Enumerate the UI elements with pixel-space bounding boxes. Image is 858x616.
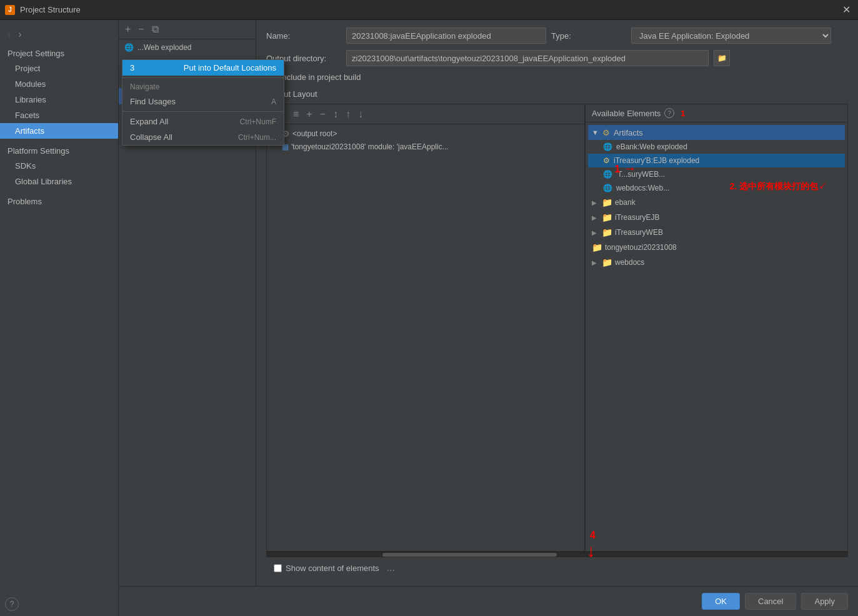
folder-webdocs-label: webdocs xyxy=(615,258,644,267)
sidebar-item-libraries[interactable]: Libraries xyxy=(0,92,118,107)
sidebar-item-facets[interactable]: Facets xyxy=(0,107,118,123)
artifact-item-0[interactable]: 🌐 ...Web exploded xyxy=(119,39,256,56)
output-dir-row: Output directory: 📁 xyxy=(266,50,848,66)
artifacts-header[interactable]: ▼ ⚙ Artifacts xyxy=(588,125,845,140)
folder-itreasuryejb-arrow: ▶ xyxy=(592,214,599,221)
folder-webdocs-icon: 📁 xyxy=(602,257,612,267)
folder-tongyetouzi[interactable]: 📁 tongyetouzi20231008 xyxy=(588,240,845,255)
context-menu-step3-label: 3 xyxy=(130,63,134,72)
nav-back-button[interactable]: ‹ xyxy=(5,27,13,41)
sub-item-icon-1: ⚙ xyxy=(603,156,610,165)
layout-up-btn[interactable]: ↑ xyxy=(343,107,353,121)
add-artifact-button[interactable]: + xyxy=(122,22,133,36)
sidebar-item-project[interactable]: Project xyxy=(0,61,118,76)
apply-button[interactable]: Apply xyxy=(801,593,848,610)
folder-webdocs-arrow: ▶ xyxy=(592,259,599,266)
tree-item-root-label: <output root> xyxy=(292,129,337,138)
artifacts-label: Artifacts xyxy=(614,128,643,137)
folder-webdocs[interactable]: ▶ 📁 webdocs xyxy=(588,255,845,270)
ok-button[interactable]: OK xyxy=(702,593,740,610)
layout-area: 📁 ≡ + − ↕ ↑ ↓ ▶ ⚙ xyxy=(266,104,848,552)
footer-area: OK Cancel Apply xyxy=(119,586,858,616)
sidebar: ‹ › Project Settings Project Modules Lib… xyxy=(0,20,119,616)
artifacts-section: ▼ ⚙ Artifacts 🌐 eBank:Web exploded xyxy=(588,125,845,195)
include-build-row: Include in project build xyxy=(266,72,848,82)
folder-itreasuryweb[interactable]: ▶ 📁 iTreasuryWEB xyxy=(588,225,845,240)
title-bar: J Project Structure ✕ xyxy=(0,0,858,20)
folder-ebank-icon: 📁 xyxy=(602,197,612,207)
sidebar-item-modules[interactable]: Modules xyxy=(0,76,118,92)
folder-tongyetouzi-label: tongyetouzi20231008 xyxy=(605,243,677,252)
artifact-item-label-0: ...Web exploded xyxy=(137,43,192,52)
context-menu-put-default[interactable]: 3 Put into Default Locations xyxy=(122,60,284,76)
name-row: Name: Type: Java EE Application: Explode… xyxy=(266,27,848,44)
sub-item-label-0: eBank:Web exploded xyxy=(616,142,687,151)
sidebar-item-sdks[interactable]: SDKs xyxy=(0,158,118,174)
layout-add-btn[interactable]: + xyxy=(304,107,314,121)
sidebar-item-global-libraries[interactable]: Global Libraries xyxy=(0,174,118,189)
remove-artifact-button[interactable]: − xyxy=(136,22,146,36)
available-tree: ▼ ⚙ Artifacts 🌐 eBank:Web exploded xyxy=(586,122,847,551)
folder-itreasuryejb[interactable]: ▶ 📁 iTreasuryEJB xyxy=(588,210,845,225)
name-label: Name: xyxy=(266,31,341,41)
sub-item-0[interactable]: 🌐 eBank:Web exploded xyxy=(588,140,845,154)
show-content-label: Show content of elements xyxy=(286,564,379,573)
context-menu-put-default-label: Put into Default Locations xyxy=(184,63,276,72)
browse-dir-button[interactable]: 📁 xyxy=(714,50,730,66)
layout-sort-btn[interactable]: ↕ xyxy=(331,107,341,121)
sub-item-label-1: iTreasury'B:EJB exploded xyxy=(614,156,699,165)
type-select[interactable]: Java EE Application: Exploded xyxy=(631,27,831,44)
available-header: Available Elements ? 1 xyxy=(586,104,847,122)
scrollbar-thumb xyxy=(382,553,557,557)
folder-ebank[interactable]: ▶ 📁 ebank xyxy=(588,195,845,210)
layout-tree: ▶ ⚙ <output root> ▦ 'tongyetouzi20231008… xyxy=(267,124,584,551)
context-menu-find-usages[interactable]: Find Usages A xyxy=(122,94,284,109)
horizontal-scrollbar[interactable] xyxy=(266,552,848,557)
tree-item-module[interactable]: ▦ 'tongyetouzi20231008' module: 'javaEEA… xyxy=(269,141,582,153)
sidebar-item-artifacts[interactable]: Artifacts xyxy=(0,123,118,139)
folder-itreasuryweb-icon: 📁 xyxy=(602,227,612,237)
dots-button[interactable]: ... xyxy=(384,561,397,575)
platform-settings-header: Platform Settings xyxy=(0,139,118,158)
close-button[interactable]: ✕ xyxy=(839,3,853,17)
context-menu-expand-all[interactable]: Expand All Ctrl+NumF xyxy=(122,114,284,129)
artifacts-expand-arrow: ▼ xyxy=(592,129,599,136)
sub-item-label-3: webdocs:Web... xyxy=(616,184,669,192)
nav-forward-button[interactable]: › xyxy=(16,27,24,41)
output-layout-label: Output Layout xyxy=(266,89,848,99)
folder-itreasuryejb-icon: 📁 xyxy=(602,212,612,222)
type-label: Type: xyxy=(551,31,626,41)
sub-item-3[interactable]: 🌐 webdocs:Web... xyxy=(588,181,845,195)
folder-ebank-label: ebank xyxy=(615,198,636,207)
project-settings-header: Project Settings xyxy=(0,44,118,61)
available-elements-title: Available Elements xyxy=(592,109,661,118)
cancel-button[interactable]: Cancel xyxy=(745,593,796,610)
output-layout-panel: 📁 ≡ + − ↕ ↑ ↓ ▶ ⚙ xyxy=(267,104,585,551)
available-help-icon[interactable]: ? xyxy=(664,108,674,118)
show-content-checkbox[interactable] xyxy=(274,564,282,572)
tree-item-root[interactable]: ▶ ⚙ <output root> xyxy=(269,127,582,141)
window-title: Project Structure xyxy=(20,5,81,14)
problems-header: Problems xyxy=(0,189,118,209)
sub-item-2[interactable]: 🌐 'T...suryWEB... xyxy=(588,167,845,181)
include-build-label: Include in project build xyxy=(280,72,361,82)
folder-tongyetouzi-icon: 📁 xyxy=(592,242,602,252)
project-structure-dialog: J Project Structure ✕ ‹ › Project Settin… xyxy=(0,0,858,616)
web-artifact-icon: 🌐 xyxy=(124,42,134,52)
context-menu-collapse-all[interactable]: Collapse All Ctrl+Num... xyxy=(122,129,284,145)
folder-itreasuryejb-label: iTreasuryEJB xyxy=(615,213,660,222)
folder-itreasuryweb-arrow: ▶ xyxy=(592,229,599,236)
help-button[interactable]: ? xyxy=(5,597,19,611)
bottom-bar: Show content of elements ... xyxy=(266,557,848,579)
sub-item-icon-0: 🌐 xyxy=(603,142,612,151)
name-input[interactable] xyxy=(346,27,546,44)
artifacts-folder-icon: ⚙ xyxy=(601,127,611,137)
layout-down-btn[interactable]: ↓ xyxy=(356,107,366,121)
step1-label: 1 xyxy=(681,109,685,118)
layout-columns-btn[interactable]: ≡ xyxy=(291,107,301,121)
context-menu-separator-1 xyxy=(122,77,284,78)
layout-remove-btn[interactable]: − xyxy=(317,107,328,121)
sub-item-1[interactable]: ⚙ iTreasury'B:EJB exploded xyxy=(588,154,845,167)
output-dir-input[interactable] xyxy=(346,50,709,66)
copy-artifact-button[interactable]: ⧉ xyxy=(149,22,161,36)
